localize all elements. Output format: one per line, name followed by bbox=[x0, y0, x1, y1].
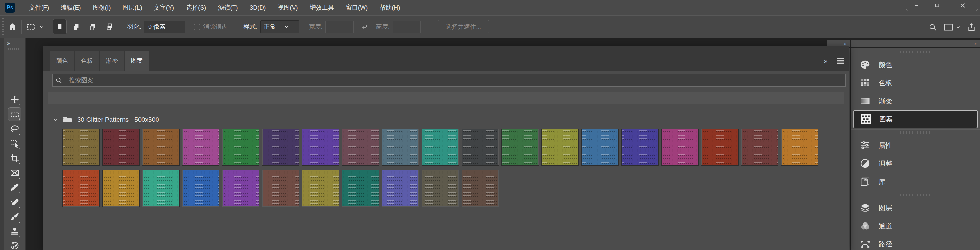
pattern-group-row[interactable]: 30 Glitter Patterns - 500x500 bbox=[43, 112, 159, 127]
dock-item-swatches[interactable]: 色板 bbox=[851, 74, 980, 92]
pattern-swatch-11[interactable] bbox=[461, 128, 499, 166]
pattern-swatch-24[interactable] bbox=[222, 169, 259, 207]
new-selection-icon[interactable] bbox=[53, 19, 67, 35]
search-icon[interactable] bbox=[929, 23, 937, 31]
swap-width-height-icon[interactable] bbox=[361, 23, 369, 31]
panel-menu-icon[interactable] bbox=[836, 57, 844, 65]
pattern-swatch-4[interactable] bbox=[182, 128, 220, 166]
expand-toolbar-icon[interactable]: » bbox=[7, 40, 9, 47]
object-selection-tool[interactable] bbox=[8, 137, 21, 150]
pattern-swatch-23[interactable] bbox=[182, 169, 220, 207]
pattern-search-box[interactable] bbox=[52, 74, 846, 87]
pattern-swatch-20[interactable] bbox=[62, 169, 100, 207]
brush-tool[interactable] bbox=[8, 210, 21, 223]
tool-preset-marquee-icon[interactable] bbox=[26, 22, 36, 32]
feather-input[interactable]: 0 像素 bbox=[144, 21, 185, 33]
menu-item-0[interactable]: 文件(F) bbox=[29, 3, 49, 12]
pattern-swatch-2[interactable] bbox=[102, 128, 140, 166]
pattern-swatch-19[interactable] bbox=[781, 128, 818, 166]
style-dropdown[interactable]: 正常 bbox=[260, 21, 299, 33]
pattern-swatch-8[interactable] bbox=[342, 128, 379, 166]
search-input[interactable] bbox=[68, 76, 845, 84]
add-to-selection-icon[interactable] bbox=[69, 19, 83, 35]
dock-item-palette[interactable]: 颜色 bbox=[851, 55, 980, 74]
dock-item-pattern[interactable]: 图案 bbox=[853, 110, 978, 128]
pattern-swatch-30[interactable] bbox=[461, 169, 499, 207]
menu-item-6[interactable]: 滤镜(T) bbox=[218, 3, 238, 12]
move-tool[interactable] bbox=[8, 93, 21, 106]
crop-tool[interactable] bbox=[8, 152, 21, 165]
pattern-swatch-16[interactable] bbox=[661, 128, 698, 166]
menu-item-8[interactable]: 视图(V) bbox=[278, 3, 298, 12]
chevron-down-icon[interactable] bbox=[53, 117, 58, 122]
history-brush-tool[interactable] bbox=[8, 239, 21, 250]
dock-item-gradient[interactable]: 渐变 bbox=[851, 92, 980, 110]
minimize-icon[interactable] bbox=[906, 0, 927, 11]
maximize-icon[interactable] bbox=[927, 0, 947, 11]
menu-item-1[interactable]: 编辑(E) bbox=[61, 3, 81, 12]
pattern-swatch-26[interactable] bbox=[302, 169, 339, 207]
chevron-down-icon[interactable] bbox=[39, 25, 43, 29]
healing-brush-tool[interactable] bbox=[8, 195, 21, 209]
menu-item-11[interactable]: 帮助(H) bbox=[379, 3, 400, 12]
subtract-from-selection-icon[interactable] bbox=[86, 19, 100, 35]
close-icon[interactable] bbox=[947, 0, 978, 11]
dock-grip[interactable] bbox=[900, 194, 931, 196]
pattern-swatch-22[interactable] bbox=[142, 169, 180, 207]
dock-grip[interactable] bbox=[900, 51, 931, 53]
pattern-swatch-9[interactable] bbox=[382, 128, 419, 166]
menu-item-5[interactable]: 选择(S) bbox=[186, 3, 206, 12]
patterns-panel-window: 颜色色板渐变图案 » bbox=[43, 46, 849, 250]
dock-item-paths[interactable]: 路径 bbox=[851, 235, 980, 250]
dock-item-adjustments[interactable]: 调整 bbox=[851, 154, 980, 172]
dock-item-label: 渐变 bbox=[879, 97, 892, 106]
dock-item-channels[interactable]: 通道 bbox=[851, 217, 980, 235]
pattern-swatch-14[interactable] bbox=[581, 128, 619, 166]
pattern-swatch-29[interactable] bbox=[422, 169, 459, 207]
tab-渐变[interactable]: 渐变 bbox=[100, 51, 124, 71]
tab-图案[interactable]: 图案 bbox=[124, 51, 150, 71]
menu-item-10[interactable]: 窗口(W) bbox=[346, 3, 368, 12]
pattern-swatch-18[interactable] bbox=[741, 128, 778, 166]
dock-item-libraries[interactable]: 库 bbox=[851, 172, 980, 191]
collapse-panel-icon[interactable]: » bbox=[824, 58, 827, 65]
pattern-swatch-13[interactable] bbox=[541, 128, 579, 166]
pattern-swatch-17[interactable] bbox=[701, 128, 738, 166]
menu-item-7[interactable]: 3D(D) bbox=[250, 4, 266, 11]
recent-patterns-strip bbox=[48, 92, 844, 104]
intersect-selection-icon[interactable] bbox=[103, 19, 116, 35]
home-icon[interactable] bbox=[8, 22, 17, 31]
pattern-swatch-5[interactable] bbox=[222, 128, 259, 166]
pattern-swatch-12[interactable] bbox=[501, 128, 539, 166]
dock-item-properties[interactable]: 属性 bbox=[851, 136, 980, 154]
share-icon[interactable] bbox=[967, 23, 975, 32]
pattern-swatch-15[interactable] bbox=[621, 128, 659, 166]
menu-item-9[interactable]: 增效工具 bbox=[310, 3, 334, 12]
pattern-swatch-27[interactable] bbox=[342, 169, 379, 207]
anti-alias-checkbox[interactable] bbox=[194, 24, 200, 30]
tab-色板[interactable]: 色板 bbox=[75, 51, 100, 71]
dock-item-layers[interactable]: 图层 bbox=[851, 199, 980, 217]
pattern-swatch-1[interactable] bbox=[62, 128, 100, 166]
workspace-icon[interactable] bbox=[944, 23, 960, 31]
pattern-swatch-25[interactable] bbox=[262, 169, 299, 207]
menu-item-4[interactable]: 文字(Y) bbox=[154, 3, 174, 12]
menu-item-2[interactable]: 图像(I) bbox=[93, 3, 111, 12]
toolbar-grip[interactable] bbox=[8, 48, 21, 50]
pattern-swatch-21[interactable] bbox=[102, 169, 140, 207]
collapse-dock-icon[interactable]: « bbox=[974, 41, 977, 46]
pattern-swatch-3[interactable] bbox=[142, 128, 180, 166]
clone-stamp-tool[interactable] bbox=[8, 225, 21, 238]
pattern-swatch-6[interactable] bbox=[262, 128, 299, 166]
tab-颜色[interactable]: 颜色 bbox=[50, 51, 75, 71]
eyedropper-tool[interactable] bbox=[8, 181, 21, 194]
marquee-tool[interactable] bbox=[8, 108, 21, 121]
options-bar-grip[interactable] bbox=[2, 19, 3, 35]
pattern-swatch-10[interactable] bbox=[422, 128, 459, 166]
menu-item-3[interactable]: 图层(L) bbox=[123, 3, 142, 12]
lasso-tool[interactable] bbox=[8, 122, 21, 136]
dock-grip[interactable] bbox=[900, 131, 931, 134]
pattern-swatch-28[interactable] bbox=[382, 169, 419, 207]
pattern-swatch-7[interactable] bbox=[302, 128, 339, 166]
frame-tool[interactable] bbox=[8, 166, 21, 180]
